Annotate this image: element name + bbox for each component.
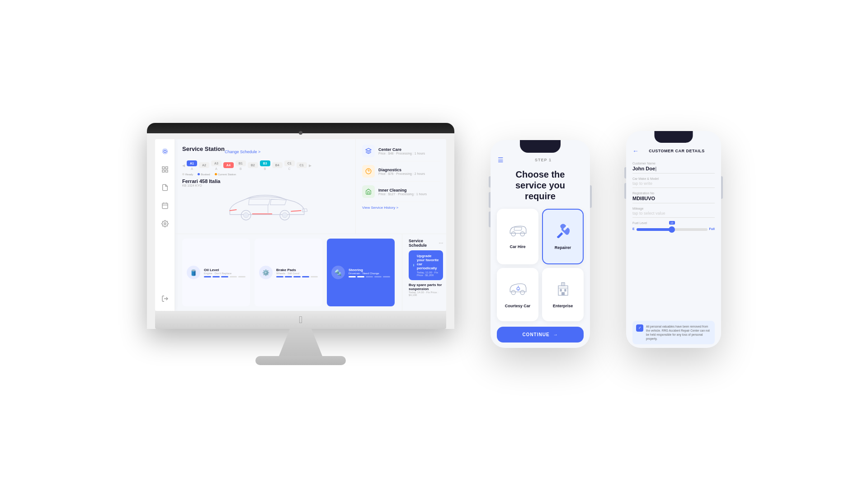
choose-heading: Choose the service you require	[500, 169, 581, 202]
sidebar-icon-calendar[interactable]	[160, 201, 170, 211]
field-car-model-value[interactable]: tap to write	[632, 181, 715, 188]
right-panel: Center Care Price : $48 · Processing : 1…	[356, 139, 446, 234]
steering-sub: Drivetrain · Need Change	[349, 272, 390, 275]
center-care-price: Price : $48 · Processing : 1 hours	[378, 152, 425, 155]
tab-prev[interactable]: ◀	[182, 164, 185, 168]
legend: Ready Booked Current Station	[182, 173, 348, 176]
tab-b1[interactable]: B1 B	[236, 160, 246, 170]
steering-info: Steering Drivetrain · Need Change	[349, 268, 390, 277]
station-tabs: ◀ A1 A A2 A3	[182, 160, 348, 170]
inner-cleaning-info: Inner Cleaning Price : $127 · Processing…	[378, 188, 427, 196]
phone2-screen: ← CUSTOMER CAR DETAILS Customer Name Joh…	[626, 131, 721, 348]
sidebar-icon-logout[interactable]	[160, 294, 170, 304]
svg-rect-29	[564, 289, 566, 291]
continue-label: CONTINUE	[522, 332, 549, 337]
tab-c1b[interactable]: C1	[297, 162, 307, 169]
diagnostics-price: Price : $76 · Processing : 2 hours	[378, 172, 425, 175]
disclaimer-box: ✓ All personal valuables have been remov…	[632, 321, 715, 344]
fuel-slider[interactable]: 1/2	[637, 226, 708, 231]
field-customer-name-value[interactable]: John Doe|	[632, 166, 715, 174]
svg-rect-6	[162, 203, 168, 209]
continue-button[interactable]: CONTINUE →	[497, 327, 584, 343]
sidebar-icon-doc[interactable]	[160, 183, 170, 192]
back-arrow-icon[interactable]: ←	[632, 147, 639, 155]
status-brake: ⚙️ Brake Pads Wheels · Still Good	[255, 239, 322, 306]
imac-screen: Service Station Change Schedule > ◀ A1 A	[155, 139, 446, 311]
view-history-link[interactable]: View Service History >	[362, 206, 440, 210]
field-mileage-value[interactable]: tap to select value	[632, 211, 715, 218]
center-care-info: Center Care Price : $48 · Processing : 1…	[378, 147, 425, 155]
service-courtesy[interactable]: Courtesy Car	[497, 268, 538, 322]
service-car-hire[interactable]: Car Hire	[497, 209, 538, 264]
sidebar-icon-settings[interactable]	[160, 219, 170, 229]
svg-rect-3	[165, 167, 168, 169]
tab-a2[interactable]: A2	[199, 162, 209, 169]
tab-b2[interactable]: B2	[248, 162, 258, 169]
fuel-full-label: Full	[709, 227, 715, 230]
phone1-screen: ☰ STEP 1 Choose the service you require	[491, 140, 590, 348]
brake-bars	[276, 276, 318, 277]
sidebar	[155, 139, 175, 311]
diagnostics-name: Diagnostics	[378, 168, 425, 172]
steering-icon: 🔩	[331, 266, 345, 279]
enterprise-label: Enterprise	[553, 304, 573, 308]
svg-point-0	[164, 150, 166, 152]
imac-stand	[274, 329, 328, 356]
step-label: STEP 1	[504, 158, 583, 162]
p2-form: Customer Name John Doe| Car Make & Model…	[626, 158, 721, 317]
svg-point-19	[511, 232, 515, 236]
field-customer-name-label: Customer Name	[632, 162, 715, 165]
svg-rect-28	[560, 289, 561, 291]
svg-rect-5	[165, 170, 168, 172]
phone2-inner: ← CUSTOMER CAR DETAILS Customer Name Joh…	[626, 131, 721, 348]
svg-rect-30	[561, 292, 565, 295]
suspension-title: Buy spare parts for suspension	[409, 283, 443, 291]
disclaimer-check[interactable]: ✓	[636, 324, 643, 332]
svg-rect-4	[162, 170, 165, 172]
schedule-card-upgrade: Upgrade your favorite car periodically T…	[409, 250, 443, 280]
field-reg-label: Registration No	[632, 192, 715, 195]
svg-point-15	[282, 213, 287, 218]
phone2-frame: ← CUSTOMER CAR DETAILS Customer Name Joh…	[626, 131, 721, 348]
change-schedule-btn[interactable]: Change Schedule >	[225, 150, 260, 154]
hamburger-icon[interactable]: ☰	[498, 156, 504, 164]
status-steering: 🔩 Steering Drivetrain · Need Change	[327, 239, 395, 306]
field-reg-value[interactable]: MDI8UVO	[632, 196, 715, 203]
bottom-right: Service Schedule ··· Upgrade your favori…	[402, 234, 446, 311]
tab-b4[interactable]: B4	[272, 162, 283, 169]
car-hire-icon	[509, 224, 527, 241]
repairer-label: Repairer	[555, 245, 571, 250]
car-id: KB 1024 KYO	[182, 184, 348, 187]
tab-a3[interactable]: A3 A	[211, 160, 222, 170]
car-name: Ferrari 458 Italia	[182, 178, 348, 184]
tab-c1a[interactable]: C1 C	[284, 160, 295, 170]
top-area: Service Station Change Schedule > ◀ A1 A	[175, 139, 446, 234]
bottom-left: 🛢️ Oil Level Engine · Don't Replace	[175, 234, 402, 311]
brake-label: Brake Pads	[276, 268, 318, 272]
oil-sub: Engine · Don't Replace	[204, 272, 245, 275]
svg-rect-2	[162, 167, 165, 169]
phone1-notch	[520, 140, 561, 153]
schedule-more[interactable]: ···	[439, 240, 443, 246]
imac-wrapper: Service Station Change Schedule > ◀ A1 A	[147, 123, 454, 365]
tab-b3[interactable]: B3 B	[260, 160, 270, 170]
service-enterprise[interactable]: Enterprise	[542, 268, 584, 322]
p2-topbar: ← CUSTOMER CAR DETAILS	[626, 147, 721, 158]
sidebar-icon-home[interactable]	[160, 146, 170, 156]
field-car-model-label: Car Make & Model	[632, 177, 715, 180]
tab-a4[interactable]: A4	[223, 162, 234, 169]
sidebar-icon-grid[interactable]	[160, 164, 170, 174]
tab-a1[interactable]: A1 A	[187, 160, 197, 170]
fuel-e-label: E	[632, 227, 635, 230]
p2-page-title: CUSTOMER CAR DETAILS	[639, 149, 715, 153]
imac-base	[255, 356, 346, 365]
tab-next[interactable]: ▶	[309, 164, 311, 168]
courtesy-label: Courtesy Car	[505, 304, 531, 308]
service-repairer[interactable]: Repairer	[542, 209, 584, 264]
field-mileage-label: Mileage	[632, 207, 715, 210]
svg-point-21	[566, 226, 568, 228]
phone1: ☰ STEP 1 Choose the service you require	[491, 140, 590, 348]
apple-logo: 	[299, 314, 302, 326]
imac-camera	[299, 131, 302, 135]
inner-cleaning-icon	[362, 185, 375, 198]
